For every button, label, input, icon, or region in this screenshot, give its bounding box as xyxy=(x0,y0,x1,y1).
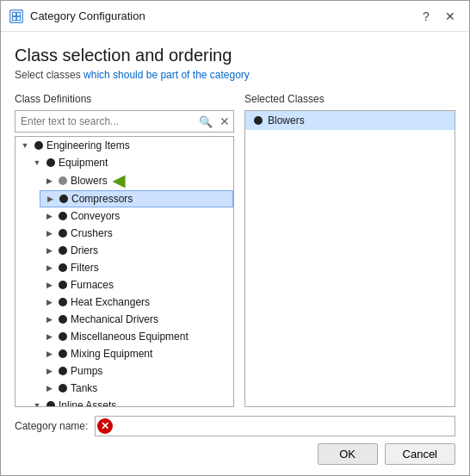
category-name-row: Category name: ✕ xyxy=(15,416,455,436)
label-inline-assets: Inline Assets xyxy=(59,399,116,407)
tree-item-driers[interactable]: ▶ Driers xyxy=(40,242,233,259)
selected-item-blowers[interactable]: Blowers xyxy=(245,111,455,130)
label-equipment: Equipment xyxy=(59,157,108,169)
tree-item-compressors[interactable]: ▶ Compressors xyxy=(40,190,233,207)
expand-icon-heat-exchangers[interactable]: ▶ xyxy=(43,296,55,308)
close-button[interactable]: ✕ xyxy=(440,6,461,27)
dialog-title: Category Configuration xyxy=(30,9,409,22)
expand-icon-conveyors[interactable]: ▶ xyxy=(43,210,55,222)
expand-icon-mechanical-drivers[interactable]: ▶ xyxy=(43,313,55,325)
tree-item-misc-equipment[interactable]: ▶ Miscellaneous Equipment xyxy=(40,328,233,345)
tree-item-conveyors[interactable]: ▶ Conveyors xyxy=(40,207,233,225)
svg-rect-3 xyxy=(13,17,15,20)
expand-icon-blowers[interactable]: ▶ xyxy=(43,175,55,187)
dot-blowers xyxy=(59,176,67,185)
tree-item-blowers[interactable]: ▶ Blowers ◀ xyxy=(40,171,233,190)
content-area: Class Definitions 🔍 ✕ ▼ Engineering Item… xyxy=(15,93,455,407)
button-row: OK Cancel xyxy=(15,443,455,465)
dialog-icon xyxy=(9,9,23,23)
left-panel-label: Class Definitions xyxy=(15,93,234,105)
tree-item-tanks[interactable]: ▶ Tanks xyxy=(40,380,233,397)
ok-button[interactable]: OK xyxy=(318,443,378,465)
tree-item-filters[interactable]: ▶ Filters xyxy=(40,259,233,276)
label-furnaces: Furnaces xyxy=(71,279,114,291)
dot-conveyors xyxy=(59,212,67,220)
dot-heat-exchangers xyxy=(59,298,67,306)
label-blowers: Blowers xyxy=(71,175,108,187)
svg-rect-0 xyxy=(11,11,22,22)
title-bar: Category Configuration ? ✕ xyxy=(1,1,469,32)
label-pumps: Pumps xyxy=(71,365,102,377)
search-input[interactable] xyxy=(15,115,195,127)
subtitle-link[interactable]: which should be part of the category xyxy=(83,69,250,81)
label-misc-equipment: Miscellaneous Equipment xyxy=(71,331,189,343)
tree-container[interactable]: ▼ Engineering Items ▼ Equipment ▶ B xyxy=(15,136,234,407)
search-clear-icon[interactable]: ✕ xyxy=(216,114,233,128)
dot-inline-assets xyxy=(46,401,55,407)
dialog-body: Class selection and ordering Select clas… xyxy=(1,32,469,407)
footer: Category name: ✕ OK Cancel xyxy=(1,407,469,475)
tree-item-mixing-equipment[interactable]: ▶ Mixing Equipment xyxy=(40,345,233,362)
search-icon[interactable]: 🔍 xyxy=(195,115,216,128)
expand-icon-engineering[interactable]: ▼ xyxy=(19,139,31,151)
expand-icon-crushers[interactable]: ▶ xyxy=(43,227,55,239)
dot-compressors xyxy=(59,195,68,203)
title-bar-controls: ? ✕ xyxy=(416,6,461,27)
tree-item-mechanical-drivers[interactable]: ▶ Mechanical Drivers xyxy=(40,311,233,328)
dot-crushers xyxy=(59,229,67,238)
dot-filters xyxy=(59,263,67,272)
label-tanks: Tanks xyxy=(71,382,97,394)
dot-misc-equipment xyxy=(59,332,67,341)
search-box: 🔍 ✕ xyxy=(15,110,234,133)
cancel-button[interactable]: Cancel xyxy=(385,443,455,465)
tree-item-crushers[interactable]: ▶ Crushers xyxy=(40,225,233,242)
tree-item-inline-assets[interactable]: ▼ Inline Assets xyxy=(28,397,233,407)
label-mechanical-drivers: Mechanical Drivers xyxy=(71,313,158,325)
expand-icon-pumps[interactable]: ▶ xyxy=(43,365,55,377)
svg-rect-2 xyxy=(17,13,20,15)
dot-driers xyxy=(59,246,67,255)
expand-icon-misc-equipment[interactable]: ▶ xyxy=(43,331,55,343)
left-panel: Class Definitions 🔍 ✕ ▼ Engineering Item… xyxy=(15,93,234,407)
label-mixing-equipment: Mixing Equipment xyxy=(71,348,152,360)
help-button[interactable]: ? xyxy=(416,6,436,27)
tree-item-pumps[interactable]: ▶ Pumps xyxy=(40,362,233,380)
label-filters: Filters xyxy=(71,262,99,274)
tree-item-furnaces[interactable]: ▶ Furnaces xyxy=(40,276,233,294)
label-driers: Driers xyxy=(71,244,98,257)
tree-item-engineering[interactable]: ▼ Engineering Items xyxy=(15,137,233,154)
expand-icon-compressors[interactable]: ▶ xyxy=(44,193,56,205)
dot-tanks xyxy=(59,384,67,393)
expand-icon-equipment[interactable]: ▼ xyxy=(31,157,43,169)
dot-pumps xyxy=(59,367,67,375)
error-icon: ✕ xyxy=(97,418,113,434)
label-conveyors: Conveyors xyxy=(71,210,120,222)
svg-rect-1 xyxy=(13,13,15,15)
right-panel-label: Selected Classes xyxy=(244,93,455,105)
dot-furnaces xyxy=(59,281,67,289)
category-name-input[interactable] xyxy=(114,420,455,432)
label-heat-exchangers: Heat Exchangers xyxy=(71,296,150,308)
dot-mechanical-drivers xyxy=(59,315,67,324)
dialog-subtitle: Select classes which should be part of t… xyxy=(15,69,455,81)
expand-icon-furnaces[interactable]: ▶ xyxy=(43,279,55,291)
label-crushers: Crushers xyxy=(71,227,113,239)
selected-classes-list[interactable]: Blowers xyxy=(244,110,455,407)
svg-rect-4 xyxy=(17,17,20,20)
category-name-label: Category name: xyxy=(15,420,88,432)
expand-icon-driers[interactable]: ▶ xyxy=(43,244,55,257)
dot-mixing-equipment xyxy=(59,349,67,358)
label-compressors: Compressors xyxy=(71,193,133,205)
tree-item-equipment[interactable]: ▼ Equipment xyxy=(28,154,233,171)
green-arrow-icon: ◀ xyxy=(113,173,125,189)
expand-icon-tanks[interactable]: ▶ xyxy=(43,382,55,394)
right-panel: Selected Classes Blowers xyxy=(244,93,455,407)
expand-icon-mixing-equipment[interactable]: ▶ xyxy=(43,348,55,360)
dot-engineering xyxy=(34,141,43,150)
expand-icon-inline-assets[interactable]: ▼ xyxy=(31,399,43,407)
expand-icon-filters[interactable]: ▶ xyxy=(43,262,55,274)
category-input-wrapper: ✕ xyxy=(95,416,455,436)
label-engineering: Engineering Items xyxy=(46,139,130,151)
dot-equipment xyxy=(46,158,55,167)
tree-item-heat-exchangers[interactable]: ▶ Heat Exchangers xyxy=(40,294,233,311)
